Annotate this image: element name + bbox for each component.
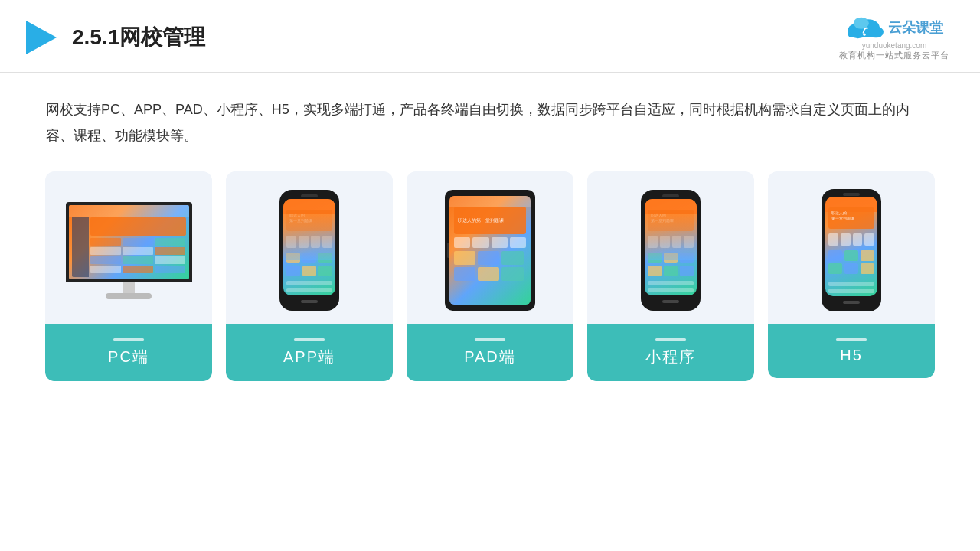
header: 2.5.1网校管理 云朵课堂 yunduoketang.com 教育机构一站式服… xyxy=(0,0,980,73)
card-h5-label: H5 xyxy=(768,324,935,378)
phone-mockup-mini: 职达人的第一堂判题课 xyxy=(641,190,701,311)
card-miniprogram-image: 职达人的第一堂判题课 xyxy=(587,171,754,324)
header-left: 2.5.1网校管理 xyxy=(23,19,205,56)
card-miniprogram: 职达人的第一堂判题课 xyxy=(587,171,754,381)
phone-screen-mini: 职达人的第一堂判题课 xyxy=(645,199,697,295)
card-miniprogram-label: 小程序 xyxy=(587,324,754,381)
monitor-screen-inner xyxy=(69,205,189,279)
card-pc-label: PC端 xyxy=(45,324,212,381)
logo-domain: yunduoketang.com xyxy=(862,41,927,50)
phone-mockup-app: 职达人的第一堂判题课 xyxy=(279,190,339,311)
monitor-neck xyxy=(122,282,135,293)
description-text: 网校支持PC、APP、PAD、小程序、H5，实现多端打通，产品各终端自由切换，数… xyxy=(46,96,934,148)
page-title: 2.5.1网校管理 xyxy=(72,23,205,52)
phone-screen-h5: 职达人的第一堂判题课 xyxy=(825,197,877,296)
card-app: 职达人的第一堂判题课 xyxy=(226,171,393,381)
phone-home-mini xyxy=(662,300,679,303)
monitor-mockup xyxy=(66,202,192,299)
phone-home-h5 xyxy=(843,301,860,304)
platform-cards-row: PC端 职达人的第一堂判题课 xyxy=(46,171,934,381)
card-app-image: 职达人的第一堂判题课 xyxy=(226,171,393,324)
logo-area: 云朵课堂 yunduoketang.com 教育机构一站式服务云平台 xyxy=(839,14,949,61)
card-h5-image: 职达人的第一堂判题课 xyxy=(768,171,935,324)
play-icon xyxy=(23,19,60,56)
card-pc: PC端 xyxy=(45,171,212,381)
svg-marker-0 xyxy=(26,21,57,54)
svg-point-5 xyxy=(854,18,869,29)
monitor-screen xyxy=(66,202,192,282)
logo-cloud: 云朵课堂 xyxy=(845,14,943,41)
phone-mockup-h5: 职达人的第一堂判题课 xyxy=(822,189,881,311)
phone-home-button xyxy=(301,300,318,303)
tablet-screen: 职达人的第一堂判题课 xyxy=(449,196,531,305)
monitor-base xyxy=(106,293,152,299)
main-content: 网校支持PC、APP、PAD、小程序、H5，实现多端打通，产品各终端自由切换，数… xyxy=(0,73,980,396)
cloud-icon xyxy=(845,14,884,41)
tablet-mockup: 职达人的第一堂判题课 xyxy=(445,190,535,311)
card-h5: 职达人的第一堂判题课 xyxy=(768,171,935,378)
logo-tagline: 教育机构一站式服务云平台 xyxy=(839,50,949,61)
svg-point-6 xyxy=(863,34,865,36)
phone-screen-app: 职达人的第一堂判题课 xyxy=(283,199,335,295)
card-pad-label: PAD端 xyxy=(407,324,573,381)
card-pc-image xyxy=(45,171,212,324)
card-pad-image: 职达人的第一堂判题课 xyxy=(407,171,573,324)
logo-brand-text: 云朵课堂 xyxy=(888,18,943,37)
card-app-label: APP端 xyxy=(226,324,393,381)
card-pad: 职达人的第一堂判题课 xyxy=(407,171,573,381)
